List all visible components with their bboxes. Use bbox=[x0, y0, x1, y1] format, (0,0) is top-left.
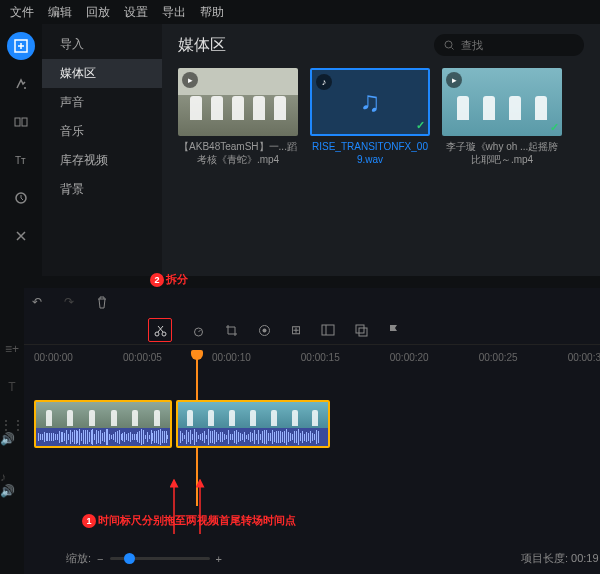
zoom-label: 缩放: bbox=[66, 551, 91, 566]
undo-icon[interactable]: ↶ bbox=[32, 295, 42, 309]
annotation-number-icon: 2 bbox=[150, 273, 164, 287]
speed-icon[interactable] bbox=[192, 324, 205, 337]
menu-help[interactable]: 帮助 bbox=[200, 4, 224, 21]
project-duration: 项目长度: 00:19 bbox=[521, 551, 599, 566]
video-track[interactable] bbox=[24, 400, 600, 450]
check-icon: ✓ bbox=[416, 119, 425, 132]
media-thumbnail: ♪ ♫ ✓ bbox=[310, 68, 430, 136]
adjust-icon[interactable]: ⊞ bbox=[291, 323, 301, 337]
menu-file[interactable]: 文件 bbox=[10, 4, 34, 21]
text-track-icon[interactable]: T bbox=[8, 380, 15, 394]
side-menu: 导入 媒体区 声音 音乐 库存视频 背景 bbox=[42, 24, 162, 276]
search-input[interactable] bbox=[461, 39, 561, 51]
media-item[interactable]: ▸ ✓ 李子璇《why oh ...起摇胯比耶吧～.mp4 bbox=[442, 68, 562, 166]
annotation-split: 2 拆分 bbox=[150, 272, 188, 287]
content-area: 媒体区 ▸ 【AKB48TeamSH】一...蹈考核《青蛇》.mp4 ♪ ♫ ✓ bbox=[162, 24, 600, 276]
zoom-in-icon[interactable]: + bbox=[216, 553, 222, 565]
search-icon bbox=[444, 40, 455, 51]
svg-point-11 bbox=[263, 328, 267, 332]
timeline-track-header: ≡+ T ⋮⋮ 🔊 ♪ 🔊 bbox=[0, 288, 24, 574]
tools-icon[interactable] bbox=[7, 222, 35, 250]
crop-icon[interactable] bbox=[225, 324, 238, 337]
check-icon: ✓ bbox=[550, 121, 559, 134]
timeline-ruler[interactable]: 00:00:00 00:00:05 00:00:10 00:00:15 00:0… bbox=[24, 344, 600, 370]
menu-bar: 文件 编辑 回放 设置 导出 帮助 bbox=[0, 0, 600, 24]
audio-track-icon[interactable]: ⋮⋮ 🔊 bbox=[0, 418, 24, 446]
sidemenu-stock[interactable]: 库存视频 bbox=[42, 146, 162, 175]
svg-rect-12 bbox=[322, 325, 334, 335]
media-label: 【AKB48TeamSH】一...蹈考核《青蛇》.mp4 bbox=[178, 140, 298, 166]
sidemenu-background[interactable]: 背景 bbox=[42, 175, 162, 204]
svg-rect-13 bbox=[356, 325, 364, 333]
menu-edit[interactable]: 编辑 bbox=[48, 4, 72, 21]
add-track-icon[interactable]: ≡+ bbox=[5, 342, 19, 356]
record-icon[interactable] bbox=[258, 324, 271, 337]
effects-tool-icon[interactable] bbox=[7, 70, 35, 98]
zoom-slider[interactable] bbox=[110, 557, 210, 560]
annotation-number-icon: 1 bbox=[82, 514, 96, 528]
zoom-out-icon[interactable]: − bbox=[97, 553, 103, 565]
media-item[interactable]: ♪ ♫ ✓ RISE_TRANSITONFX_009.wav bbox=[310, 68, 430, 166]
svg-point-6 bbox=[445, 41, 452, 48]
annotation-drag: 1 时间标尺分别拖至两视频首尾转场时间点 bbox=[82, 513, 296, 528]
clip-2[interactable] bbox=[176, 400, 330, 448]
timeline-toolbar: ⊞ bbox=[24, 316, 600, 344]
media-thumbnail: ▸ bbox=[178, 68, 298, 136]
play-icon: ▸ bbox=[446, 72, 462, 88]
music-track-icon[interactable]: ♪ 🔊 bbox=[0, 470, 24, 498]
svg-point-1 bbox=[24, 87, 26, 89]
delete-icon[interactable] bbox=[96, 296, 108, 309]
sidemenu-music[interactable]: 音乐 bbox=[42, 117, 162, 146]
flag-icon[interactable] bbox=[388, 324, 399, 337]
svg-text:Tт: Tт bbox=[15, 155, 26, 166]
sidemenu-media[interactable]: 媒体区 bbox=[42, 59, 162, 88]
note-icon: ♫ bbox=[360, 86, 381, 118]
media-tool-icon[interactable] bbox=[7, 32, 35, 60]
svg-rect-14 bbox=[359, 328, 367, 336]
content-title: 媒体区 bbox=[178, 35, 226, 56]
svg-point-8 bbox=[162, 332, 166, 336]
svg-point-7 bbox=[155, 332, 159, 336]
sidemenu-sound[interactable]: 声音 bbox=[42, 88, 162, 117]
svg-rect-2 bbox=[15, 118, 20, 126]
media-item[interactable]: ▸ 【AKB48TeamSH】一...蹈考核《青蛇》.mp4 bbox=[178, 68, 298, 166]
svg-rect-3 bbox=[22, 118, 27, 126]
ratio-icon[interactable] bbox=[321, 324, 335, 336]
tool-column: Tт bbox=[0, 24, 42, 276]
overlay-icon[interactable] bbox=[355, 324, 368, 337]
text-tool-icon[interactable]: Tт bbox=[7, 146, 35, 174]
zoom-control[interactable]: 缩放: − + bbox=[66, 551, 222, 566]
play-icon: ▸ bbox=[182, 72, 198, 88]
redo-icon[interactable]: ↷ bbox=[64, 295, 74, 309]
media-label: 李子璇《why oh ...起摇胯比耶吧～.mp4 bbox=[442, 140, 562, 166]
time-tool-icon[interactable] bbox=[7, 184, 35, 212]
media-label: RISE_TRANSITONFX_009.wav bbox=[310, 140, 430, 166]
sidemenu-import[interactable]: 导入 bbox=[42, 30, 162, 59]
menu-export[interactable]: 导出 bbox=[162, 4, 186, 21]
menu-settings[interactable]: 设置 bbox=[124, 4, 148, 21]
clip-1[interactable] bbox=[34, 400, 172, 448]
split-button[interactable] bbox=[148, 318, 172, 342]
audio-icon: ♪ bbox=[316, 74, 332, 90]
media-thumbnail: ▸ ✓ bbox=[442, 68, 562, 136]
search-box[interactable] bbox=[434, 34, 584, 56]
transitions-tool-icon[interactable] bbox=[7, 108, 35, 136]
menu-playback[interactable]: 回放 bbox=[86, 4, 110, 21]
